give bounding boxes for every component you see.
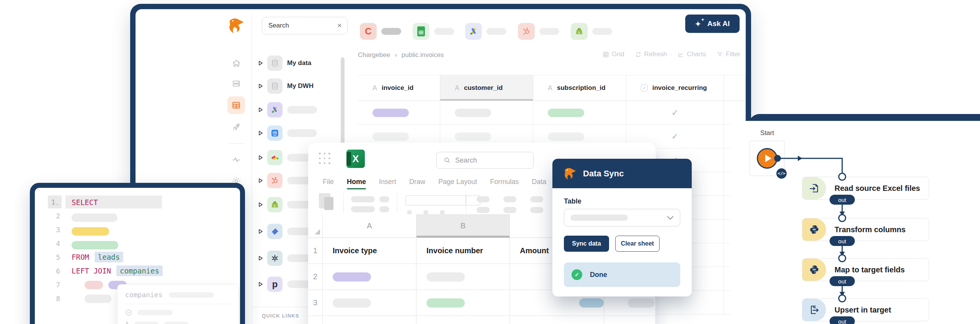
- excel-search-input[interactable]: Search: [436, 152, 534, 169]
- node-read-source[interactable]: Read source Excel files: [802, 177, 929, 200]
- autocomplete-item[interactable]: A: [125, 321, 231, 324]
- ribbon-divider: [343, 193, 344, 213]
- output-port-badge[interactable]: out: [830, 276, 855, 286]
- sheet-cell-a1[interactable]: Invoice type: [323, 238, 416, 264]
- text-type-icon: A: [548, 84, 552, 92]
- sheet-cell-c4[interactable]: [510, 316, 604, 324]
- chevron-right-icon[interactable]: [259, 61, 263, 65]
- column-header-subscription-id[interactable]: A subscription_id: [533, 75, 626, 101]
- output-port-badge[interactable]: out: [830, 195, 855, 205]
- ribbon-control[interactable]: [351, 206, 375, 212]
- tab-home[interactable]: Home: [347, 178, 366, 189]
- row-header-4[interactable]: [308, 316, 323, 324]
- node-transform-columns[interactable]: Transform columns: [802, 218, 929, 241]
- output-port-badge[interactable]: out: [830, 236, 855, 246]
- ribbon-control[interactable]: [379, 196, 389, 202]
- chargebee-icon: C: [360, 23, 377, 40]
- table-cell[interactable]: [358, 101, 440, 125]
- tab-hubspot[interactable]: [518, 23, 559, 40]
- filter-button[interactable]: Filter: [717, 50, 740, 58]
- table-cell[interactable]: [440, 101, 533, 125]
- close-icon[interactable]: ✕: [337, 22, 342, 29]
- text-type-icon: A: [125, 321, 129, 324]
- chevron-right-icon[interactable]: [259, 202, 263, 207]
- font-name-box[interactable]: [405, 195, 480, 205]
- search-placeholder: Search: [268, 22, 289, 29]
- line-number: 2: [49, 212, 60, 220]
- autocomplete-item[interactable]: [125, 309, 231, 316]
- column-header-b[interactable]: B: [416, 214, 510, 238]
- sheet-cell-d4[interactable]: [604, 316, 656, 324]
- sql-keyword: SELECT: [72, 198, 98, 207]
- tab-file[interactable]: File: [323, 178, 334, 189]
- tab-chargebee[interactable]: C: [360, 23, 401, 40]
- tab-page-layout[interactable]: Page Layout: [438, 178, 477, 189]
- row-header-1[interactable]: 1: [308, 238, 323, 264]
- column-header-invoice-recurring[interactable]: ✓ invoice_recurring: [626, 75, 724, 101]
- column-header-customer-id[interactable]: A customer_id: [440, 75, 533, 101]
- file-import-icon: [802, 177, 826, 199]
- node-map-fields[interactable]: Map to target fields: [802, 258, 929, 281]
- sidebar-item-intercom[interactable]: [259, 125, 351, 141]
- chevron-right-icon[interactable]: [259, 229, 263, 234]
- chevron-right-icon[interactable]: [259, 131, 263, 135]
- sheet-cell-b3[interactable]: [416, 290, 510, 316]
- sidebar-item-google-ads[interactable]: [259, 102, 351, 117]
- autocomplete-title[interactable]: companies: [125, 291, 163, 299]
- breadcrumb-root[interactable]: Chargebee: [358, 51, 390, 59]
- tables-icon[interactable]: [227, 96, 245, 114]
- table-cell[interactable]: [533, 101, 626, 125]
- rocket-icon[interactable]: [227, 118, 245, 136]
- code-badge-icon[interactable]: </>: [776, 168, 787, 179]
- line-number-fold[interactable]: 1 ⌄: [48, 195, 62, 208]
- code-placeholder-pill: [85, 281, 103, 289]
- sheet-cell-b2[interactable]: [416, 264, 510, 290]
- node-upsert-target[interactable]: Upsert in target: [802, 298, 929, 321]
- refresh-button[interactable]: Refresh: [635, 50, 667, 58]
- sheet-cell-b1[interactable]: Invoice number: [416, 238, 510, 264]
- tab-google-sheets[interactable]: [413, 23, 454, 40]
- chevron-right-icon[interactable]: [259, 178, 263, 183]
- chevron-right-icon[interactable]: [259, 84, 263, 88]
- servers-icon[interactable]: [227, 75, 245, 92]
- sync-data-button[interactable]: Sync data: [564, 236, 609, 252]
- table-cell[interactable]: ✓: [626, 101, 724, 125]
- sheet-cell-a2[interactable]: [323, 264, 416, 290]
- sidebar-item-my-dwh[interactable]: My DWH: [259, 78, 351, 94]
- grid-view-button[interactable]: Grid: [603, 50, 624, 58]
- tab-data[interactable]: Data: [532, 178, 546, 189]
- chart-icon: [678, 51, 684, 58]
- select-all-corner[interactable]: [308, 214, 323, 238]
- tab-google-ads[interactable]: [465, 23, 506, 40]
- home-icon[interactable]: [227, 54, 245, 72]
- search-input[interactable]: Search ✕: [262, 17, 348, 34]
- chevron-right-icon[interactable]: [259, 155, 263, 160]
- tab-shopify[interactable]: [571, 23, 612, 40]
- ribbon-control[interactable]: [351, 196, 375, 202]
- tab-insert[interactable]: Insert: [379, 178, 396, 189]
- app-launcher-icon[interactable]: [319, 153, 330, 164]
- chevron-right-icon[interactable]: [259, 107, 263, 112]
- data-sync-panel: Data Sync Table Sync data Clear sheet ✓ …: [552, 159, 692, 296]
- column-header-invoice-id[interactable]: A invoice_id: [358, 75, 440, 101]
- sheet-cell-a4[interactable]: [323, 316, 416, 324]
- activity-icon[interactable]: [227, 151, 245, 168]
- tab-draw[interactable]: Draw: [409, 178, 425, 189]
- column-header-a[interactable]: A: [323, 214, 416, 238]
- sidebar-item-my-data[interactable]: My data: [259, 55, 351, 71]
- ask-ai-button[interactable]: ✦ ✦ Ask AI: [685, 15, 740, 33]
- ribbon-control[interactable]: [379, 206, 389, 212]
- chevron-right-icon[interactable]: [259, 256, 263, 261]
- tab-formulas[interactable]: Formulas: [490, 178, 519, 189]
- clear-sheet-button[interactable]: Clear sheet: [615, 236, 660, 252]
- start-output-port[interactable]: [774, 155, 781, 162]
- output-port-badge[interactable]: out: [830, 316, 855, 324]
- sheet-cell-b4[interactable]: [416, 316, 510, 324]
- row-header-2[interactable]: 2: [308, 264, 323, 290]
- sql-keyword: FROM: [72, 253, 89, 261]
- row-header-3[interactable]: 3: [308, 290, 323, 316]
- chevron-right-icon[interactable]: [259, 282, 263, 287]
- charts-button[interactable]: Charts: [678, 50, 706, 58]
- sheet-cell-a3[interactable]: [323, 290, 416, 316]
- table-select[interactable]: [564, 209, 680, 226]
